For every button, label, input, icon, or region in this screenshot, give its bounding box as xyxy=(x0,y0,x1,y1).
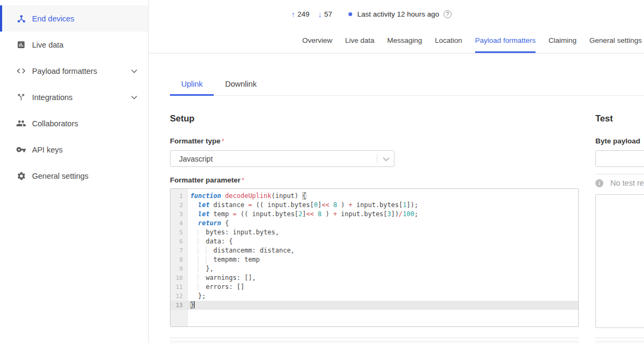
code-icon xyxy=(16,66,26,76)
sidebar-item-label: Collaborators xyxy=(32,119,78,128)
device-stats: ↑ 249 ↓ 57 Last activity 12 hours ago ? xyxy=(291,10,452,19)
code-line-5[interactable]: 5 bytes: input.bytes, xyxy=(170,228,578,237)
required-asterisk: * xyxy=(222,137,224,145)
tab-claiming[interactable]: Claiming xyxy=(548,36,577,53)
code-line-9[interactable]: 9 }, xyxy=(170,264,578,273)
code-line-2[interactable]: 2 let distance = (( input.bytes[0]<< 8 )… xyxy=(170,201,578,210)
tab-messaging[interactable]: Messaging xyxy=(387,36,422,53)
formatter-parameter-label: Formatter parameter* xyxy=(170,176,244,184)
no-test-result-text: No test resu xyxy=(610,179,644,187)
line-number: 7 xyxy=(170,246,188,255)
collaborators-icon xyxy=(16,118,26,128)
test-section-divider xyxy=(595,338,644,338)
tab-live-data[interactable]: Live data xyxy=(345,36,375,53)
device-tab-bar: Overview Live data Messaging Location Pa… xyxy=(302,36,642,53)
uplink-count: 249 xyxy=(298,10,310,18)
line-number: 13 xyxy=(170,301,188,310)
sidebar-item-label: API keys xyxy=(32,146,63,154)
formatter-type-label: Formatter type* xyxy=(170,137,224,145)
section-divider xyxy=(170,338,579,338)
formatter-type-select[interactable]: Javascript xyxy=(170,150,394,167)
required-asterisk: * xyxy=(242,176,244,184)
test-result-box[interactable] xyxy=(595,194,644,328)
help-icon[interactable]: ? xyxy=(444,10,452,18)
line-number: 12 xyxy=(170,292,188,301)
activity-dot-icon xyxy=(348,12,352,16)
code-line-3[interactable]: 3 let temp = (( input.bytes[2]<< 8 ) + i… xyxy=(170,210,578,219)
code-line-7[interactable]: 7 distancemm: distance, xyxy=(170,246,578,255)
tab-payload-formatters[interactable]: Payload formatters xyxy=(475,36,536,53)
downlink-count: 57 xyxy=(324,10,332,18)
subtab-downlink[interactable]: Downlink xyxy=(214,74,268,96)
line-number: 11 xyxy=(170,283,188,292)
integrations-icon xyxy=(16,92,26,102)
line-number: 4 xyxy=(170,219,188,228)
line-number: 2 xyxy=(170,201,188,210)
sidebar-item-api-keys[interactable]: API keys xyxy=(0,136,148,163)
sidebar-item-label: General settings xyxy=(32,172,89,180)
last-activity-text: Last activity 12 hours ago xyxy=(358,10,439,18)
line-number: 1 xyxy=(170,192,188,201)
sidebar-item-general-settings[interactable]: General settings xyxy=(0,163,148,189)
gear-icon xyxy=(16,171,26,181)
code-line-6[interactable]: 6 data: { xyxy=(170,237,578,246)
line-number: 5 xyxy=(170,228,188,237)
tab-general-settings[interactable]: General settings xyxy=(589,36,642,53)
sidebar-item-label: Integrations xyxy=(32,93,73,102)
code-line-11[interactable]: 11 errors: [] xyxy=(170,283,578,292)
subtab-uplink[interactable]: Uplink xyxy=(170,74,214,96)
no-test-result-row: i No test resu xyxy=(595,179,644,187)
sidebar-item-live-data[interactable]: Live data xyxy=(0,32,148,58)
sidebar-item-integrations[interactable]: Integrations xyxy=(0,84,148,110)
sidebar-item-end-devices[interactable]: End devices xyxy=(0,5,148,32)
sidebar-item-label: End devices xyxy=(32,14,74,23)
chevron-down-icon[interactable] xyxy=(131,69,137,73)
end-devices-icon xyxy=(16,13,26,24)
test-heading: Test xyxy=(595,113,613,124)
setup-heading: Setup xyxy=(170,113,195,124)
test-divider xyxy=(595,174,644,174)
code-line-13[interactable]: 13} xyxy=(170,301,578,310)
byte-payload-label: Byte payload xyxy=(595,137,640,145)
code-line-8[interactable]: 8 tempmm: temp xyxy=(170,255,578,264)
byte-payload-input[interactable] xyxy=(595,150,644,167)
device-header: ↑ 249 ↓ 57 Last activity 12 hours ago ? … xyxy=(149,0,644,54)
chevron-down-icon[interactable] xyxy=(131,95,137,100)
footer-strip xyxy=(595,340,644,343)
footer-strip xyxy=(170,340,579,343)
sidebar-item-label: Live data xyxy=(32,41,64,49)
formatter-type-value: Javascript xyxy=(179,155,213,163)
code-line-10[interactable]: 10 warnings: [], xyxy=(170,273,578,283)
sidebar-item-payload-formatters[interactable]: Payload formatters xyxy=(0,58,148,84)
info-icon: i xyxy=(595,179,603,187)
line-number: 9 xyxy=(170,264,188,273)
tab-overview[interactable]: Overview xyxy=(302,36,332,53)
line-number: 8 xyxy=(170,255,188,264)
sidebar-item-label: Payload formatters xyxy=(32,67,97,75)
select-divider xyxy=(377,154,377,163)
live-data-icon xyxy=(16,40,26,50)
uplink-arrow-icon: ↑ xyxy=(291,10,296,19)
downlink-arrow-icon: ↓ xyxy=(318,10,322,19)
code-line-12[interactable]: 12 }; xyxy=(170,292,578,301)
code-line-4[interactable]: 4 return { xyxy=(170,219,578,228)
main-content: Uplink Downlink Setup Formatter type* Ja… xyxy=(149,54,644,343)
tab-location[interactable]: Location xyxy=(435,36,462,53)
key-icon xyxy=(16,144,26,155)
chevron-down-icon xyxy=(383,157,390,162)
line-number: 10 xyxy=(170,273,188,283)
sidebar-item-collaborators[interactable]: Collaborators xyxy=(0,110,148,136)
line-number: 6 xyxy=(170,237,188,246)
code-line-1[interactable]: 1function decodeUplink(input) { xyxy=(170,192,578,201)
sidebar: End devices Live data Payload formatters… xyxy=(0,0,149,343)
line-number: 3 xyxy=(170,210,188,219)
formatter-subtabs: Uplink Downlink xyxy=(170,74,644,96)
code-editor[interactable]: 1function decodeUplink(input) {2 let dis… xyxy=(170,188,579,327)
